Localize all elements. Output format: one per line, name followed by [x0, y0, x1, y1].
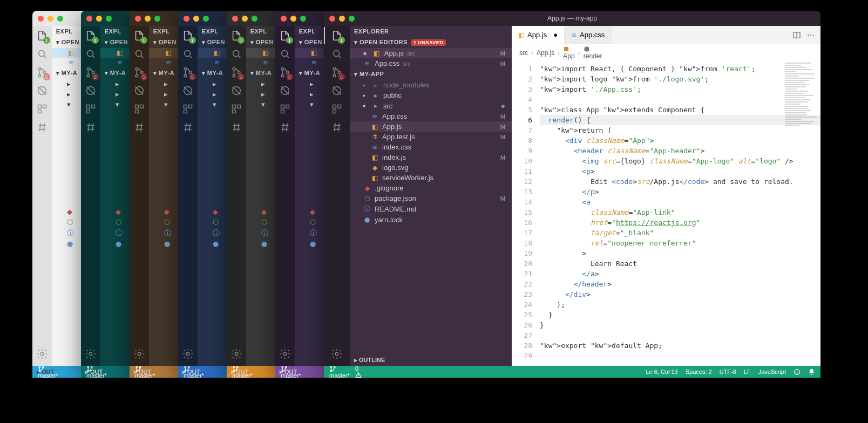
search-icon[interactable]: [279, 47, 291, 60]
maximize-window-icon[interactable]: [349, 16, 355, 22]
hash-icon[interactable]: [36, 121, 49, 134]
editor-tab[interactable]: ≋App.css: [565, 26, 612, 44]
gear-icon[interactable]: [133, 347, 146, 360]
close-window-icon[interactable]: [329, 16, 335, 22]
gear-icon[interactable]: [36, 347, 49, 360]
scm-icon[interactable]: 5: [181, 66, 194, 79]
hash-icon[interactable]: [279, 121, 291, 134]
gear-icon[interactable]: [330, 347, 343, 360]
minimize-window-icon[interactable]: [96, 16, 102, 22]
explorer-icon[interactable]: 1: [230, 29, 243, 42]
search-icon[interactable]: [84, 47, 97, 60]
scm-icon[interactable]: 5: [279, 66, 291, 79]
debug-icon[interactable]: [181, 84, 194, 97]
open-editor-item[interactable]: ≋App.css srcM: [350, 58, 512, 69]
maximize-window-icon[interactable]: [300, 16, 306, 22]
close-window-icon[interactable]: [38, 16, 44, 22]
search-icon[interactable]: [181, 47, 194, 60]
gear-icon[interactable]: [84, 347, 97, 360]
close-window-icon[interactable]: [135, 16, 141, 22]
tree-item[interactable]: ◆.gitignore: [350, 183, 512, 193]
close-window-icon[interactable]: [232, 16, 238, 22]
breadcrumb-segment[interactable]: App.js: [537, 49, 554, 57]
bell-icon[interactable]: [808, 369, 815, 376]
breadcrumb-segment[interactable]: render: [584, 46, 602, 60]
cursor-position[interactable]: Ln 6, Col 13: [646, 369, 677, 376]
open-editors-header[interactable]: ▾ OPEN EDITORS 1 UNSAVED: [350, 37, 512, 48]
maximize-window-icon[interactable]: [106, 16, 112, 22]
debug-icon[interactable]: [230, 84, 243, 97]
extensions-icon[interactable]: [230, 103, 243, 115]
scm-icon[interactable]: 5: [230, 66, 243, 79]
explorer-icon[interactable]: 1: [330, 29, 343, 42]
hash-icon[interactable]: [230, 121, 243, 134]
close-window-icon[interactable]: [86, 16, 92, 22]
outline-header[interactable]: ▸ OUTLINE: [350, 354, 512, 366]
gear-icon[interactable]: [230, 347, 243, 360]
tree-item[interactable]: ◧App.jsM: [350, 121, 512, 132]
search-icon[interactable]: [230, 47, 243, 60]
scm-icon[interactable]: 5: [36, 66, 49, 79]
language-mode[interactable]: JavaScript: [758, 369, 786, 376]
breadcrumb-segment[interactable]: src: [519, 49, 528, 57]
minimize-window-icon[interactable]: [242, 16, 248, 22]
debug-icon[interactable]: [36, 84, 49, 97]
code-area[interactable]: 1234567891011121314151617181920212223242…: [512, 62, 820, 366]
hash-icon[interactable]: [181, 121, 194, 134]
explorer-icon[interactable]: 1: [133, 29, 146, 42]
minimize-window-icon[interactable]: [145, 16, 151, 22]
tree-item[interactable]: ◧serviceWorker.js: [350, 173, 512, 183]
debug-icon[interactable]: [330, 84, 343, 97]
minimize-window-icon[interactable]: [290, 16, 296, 22]
tree-item[interactable]: ▾▸src●: [350, 100, 512, 111]
hash-icon[interactable]: [330, 121, 343, 134]
explorer-icon[interactable]: 1: [36, 29, 49, 42]
editor-tab[interactable]: ◧App.js●: [512, 26, 565, 44]
maximize-window-icon[interactable]: [154, 16, 160, 22]
scm-icon[interactable]: 5: [133, 66, 146, 79]
tree-item[interactable]: ⬣yarn.lock: [350, 215, 512, 225]
tree-item[interactable]: ⬡package.jsonM: [350, 193, 512, 203]
eol[interactable]: LF: [744, 369, 751, 376]
indentation[interactable]: Spaces: 2: [686, 369, 712, 376]
search-icon[interactable]: [36, 47, 49, 60]
tree-item[interactable]: ≋index.css: [350, 142, 512, 152]
extensions-icon[interactable]: [36, 103, 49, 115]
scm-icon[interactable]: 5: [84, 66, 97, 79]
tree-item[interactable]: ⚗App.test.jsM: [350, 132, 512, 142]
gear-icon[interactable]: [181, 347, 194, 360]
breadcrumb-segment[interactable]: App: [563, 46, 574, 60]
close-window-icon[interactable]: [281, 16, 287, 22]
debug-icon[interactable]: [279, 84, 291, 97]
debug-icon[interactable]: [133, 84, 146, 97]
debug-icon[interactable]: [84, 84, 97, 97]
extensions-icon[interactable]: [330, 103, 343, 115]
maximize-window-icon[interactable]: [57, 16, 63, 22]
explorer-icon[interactable]: 1: [181, 29, 194, 42]
minimize-window-icon[interactable]: [193, 16, 199, 22]
project-header[interactable]: ▾ MY-APP: [350, 69, 512, 80]
hash-icon[interactable]: [133, 121, 146, 134]
tree-item[interactable]: ◧index.jsM: [350, 152, 512, 162]
maximize-window-icon[interactable]: [203, 16, 209, 22]
tree-item[interactable]: ▸▸public: [350, 90, 512, 100]
tree-item[interactable]: ≋App.cssM: [350, 111, 512, 121]
more-icon[interactable]: [806, 31, 815, 39]
tree-item[interactable]: ⓘREADME.md: [350, 203, 512, 215]
extensions-icon[interactable]: [279, 103, 291, 115]
tree-item[interactable]: ◆logo.svg: [350, 162, 512, 173]
search-icon[interactable]: [330, 47, 343, 60]
extensions-icon[interactable]: [133, 103, 146, 115]
search-icon[interactable]: [133, 47, 146, 60]
scm-icon[interactable]: 5: [330, 66, 343, 79]
maximize-window-icon[interactable]: [252, 16, 257, 22]
minimize-window-icon[interactable]: [339, 16, 345, 22]
hash-icon[interactable]: [84, 121, 97, 134]
close-window-icon[interactable]: [184, 16, 189, 22]
encoding[interactable]: UTF-8: [720, 369, 736, 376]
extensions-icon[interactable]: [84, 103, 97, 115]
minimize-window-icon[interactable]: [48, 16, 53, 22]
titlebar[interactable]: App.js — my-app: [324, 11, 820, 26]
split-editor-icon[interactable]: [792, 31, 801, 39]
tree-item[interactable]: ▸▸node_modules: [350, 80, 512, 90]
